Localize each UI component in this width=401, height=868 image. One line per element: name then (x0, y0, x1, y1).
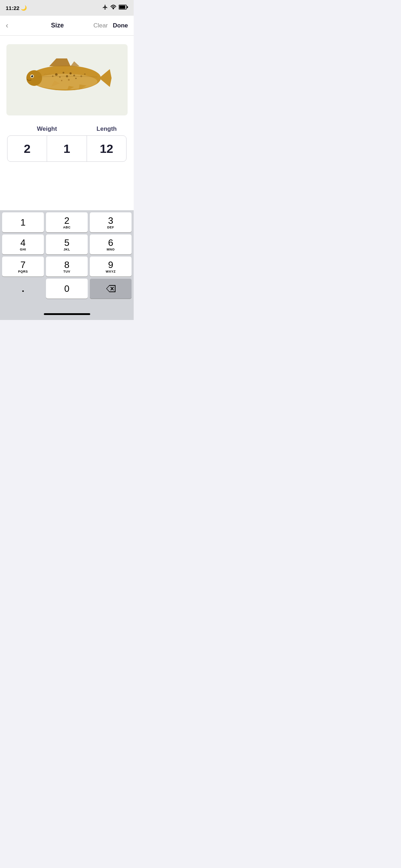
home-bar (44, 313, 90, 315)
svg-point-16 (62, 72, 64, 74)
svg-point-23 (68, 79, 70, 81)
fish-illustration (14, 55, 120, 105)
keyboard-row-2: 4 GHI 5 JKL 6 MNO (1, 234, 133, 254)
weight-length-inputs: 2 1 12 (7, 135, 127, 162)
key-1[interactable]: 1 (2, 212, 44, 232)
svg-point-22 (61, 80, 62, 81)
svg-point-24 (75, 78, 77, 79)
length-value[interactable]: 12 (87, 136, 126, 161)
key-5[interactable]: 5 JKL (46, 234, 88, 254)
key-3[interactable]: 3 DEF (90, 212, 132, 232)
svg-rect-1 (119, 6, 125, 9)
svg-marker-6 (49, 58, 71, 66)
svg-point-17 (70, 72, 72, 74)
key-7[interactable]: 7 PQRS (2, 257, 44, 277)
keyboard-row-4: . 0 (1, 279, 133, 299)
backspace-icon (106, 285, 115, 292)
home-indicator (0, 308, 134, 320)
status-time: 11:22 (6, 5, 19, 11)
svg-rect-2 (127, 6, 128, 8)
wifi-icon (110, 4, 117, 11)
key-dot-placeholder: . (2, 279, 44, 299)
battery-icon (119, 5, 128, 11)
keyboard-row-3: 7 PQRS 8 TUV 9 WXYZ (1, 257, 133, 277)
key-6[interactable]: 6 MNO (90, 234, 132, 254)
clear-button[interactable]: Clear (93, 22, 108, 29)
key-4[interactable]: 4 GHI (2, 234, 44, 254)
key-9[interactable]: 9 WXYZ (90, 257, 132, 277)
back-button[interactable]: ‹ (6, 21, 21, 30)
nav-title: Size (51, 22, 64, 29)
weight-value-2[interactable]: 1 (47, 136, 87, 161)
svg-point-26 (84, 73, 86, 75)
length-label: Length (87, 125, 127, 133)
weight-label: Weight (7, 125, 87, 133)
fish-image-container (6, 44, 128, 115)
content-spacer (0, 167, 134, 210)
weight-value-1[interactable]: 2 (7, 136, 47, 161)
weight-length-section: Weight Length 2 1 12 (6, 125, 128, 162)
nav-bar: ‹ Size Clear Done (0, 16, 134, 36)
moon-icon: 🌙 (21, 5, 27, 11)
airplane-icon (102, 4, 108, 11)
numeric-keyboard: 1 2 ABC 3 DEF 4 GHI 5 JKL 6 MNO 7 PQRS (0, 210, 134, 308)
svg-point-15 (55, 73, 57, 76)
keyboard-row-1: 1 2 ABC 3 DEF (1, 212, 133, 232)
key-dot: . (22, 283, 24, 294)
svg-marker-7 (71, 61, 79, 66)
status-bar: 11:22 🌙 (0, 0, 134, 16)
key-2[interactable]: 2 ABC (46, 212, 88, 232)
svg-point-14 (31, 75, 32, 76)
svg-point-11 (26, 70, 42, 86)
done-button[interactable]: Done (113, 22, 128, 29)
key-delete[interactable] (90, 279, 132, 299)
key-8[interactable]: 8 TUV (46, 257, 88, 277)
key-0[interactable]: 0 (46, 279, 88, 299)
main-content: Weight Length 2 1 12 (0, 36, 134, 167)
svg-marker-5 (99, 69, 112, 87)
